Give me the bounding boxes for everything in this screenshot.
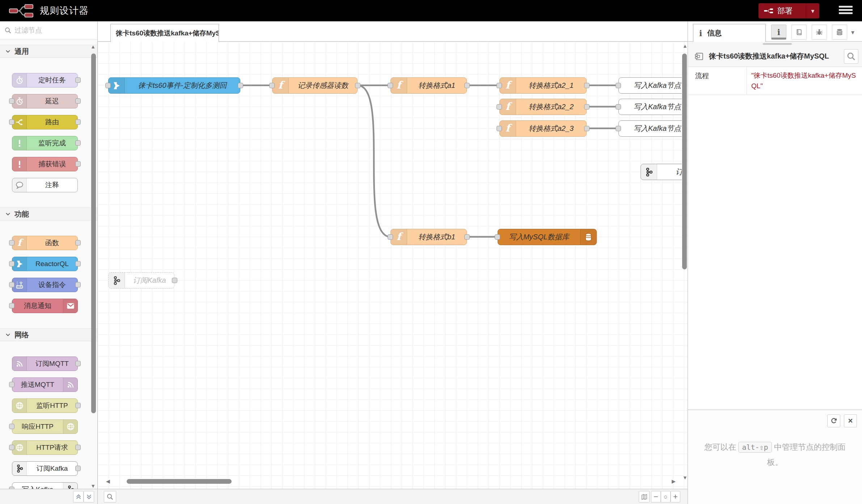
output-port[interactable] (172, 278, 177, 283)
input-port[interactable] (9, 119, 14, 125)
palette-node[interactable]: 定时任务 (12, 73, 78, 87)
node-body[interactable]: 设备指令 (12, 278, 78, 292)
node-body[interactable]: HTTP请求 (12, 440, 78, 455)
node-body[interactable]: 订阅Kafka (108, 272, 174, 289)
output-port[interactable] (238, 83, 243, 88)
canvas-node[interactable]: 写入Kafka节点 (618, 120, 682, 137)
node-body[interactable]: 订阅MQTT (12, 356, 78, 371)
node-body[interactable]: f函数 (12, 236, 78, 250)
palette-node[interactable]: f函数 (12, 236, 78, 250)
main-menu-button[interactable] (839, 6, 853, 16)
output-port[interactable] (75, 240, 81, 245)
sidebar-tool-config[interactable] (832, 25, 847, 40)
output-port[interactable] (584, 126, 590, 131)
canvas-scroll-up-icon[interactable]: ▲ (683, 43, 688, 48)
input-port[interactable] (616, 126, 621, 131)
palette-node[interactable]: 捕获错误 (12, 157, 78, 171)
node-body[interactable]: 监听HTTP (12, 398, 78, 413)
palette-node[interactable]: 推送MQTT (12, 377, 78, 392)
output-port[interactable] (464, 234, 470, 240)
input-port[interactable] (269, 83, 275, 88)
sidebar-resize-grip[interactable] (688, 42, 862, 46)
sidebar-tab-info[interactable]: i 信息 (693, 24, 766, 42)
palette-node[interactable]: 订阅MQTT (12, 356, 78, 371)
node-body[interactable]: 注释 (12, 178, 78, 192)
output-port[interactable] (75, 261, 81, 266)
canvas-node[interactable]: 徕卡ts60事件-定制化多测回 (108, 77, 240, 94)
input-port[interactable] (388, 234, 393, 240)
input-port[interactable] (9, 282, 14, 287)
input-port[interactable] (105, 83, 111, 88)
node-body[interactable]: 订阅Kafka (641, 164, 682, 180)
output-port[interactable] (75, 161, 81, 167)
input-port[interactable] (616, 83, 621, 88)
node-body[interactable]: 延迟 (12, 94, 78, 108)
input-port[interactable] (497, 104, 502, 110)
canvas-node[interactable]: f转换格式b1 (390, 229, 467, 245)
input-port[interactable] (495, 234, 500, 240)
node-body[interactable]: 推送MQTT (12, 377, 78, 392)
zoom-out-button[interactable]: − (651, 491, 661, 503)
output-port[interactable] (75, 119, 81, 125)
palette-node[interactable]: ReactorQL (12, 257, 78, 271)
node-body[interactable]: 消息通知 (12, 299, 78, 313)
node-body[interactable]: f转换格式a1 (390, 77, 467, 94)
palette-collapse-all-button[interactable] (73, 491, 84, 503)
palette-node[interactable]: 订阅Kafka (12, 461, 78, 476)
output-port[interactable] (75, 98, 81, 104)
output-port[interactable] (75, 445, 81, 450)
canvas-hscrollbar-thumb[interactable] (127, 479, 232, 484)
palette-filter-input[interactable] (14, 26, 90, 34)
canvas-vscrollbar-thumb[interactable] (682, 54, 687, 269)
palette-node[interactable]: 路由 (12, 115, 78, 129)
canvas-node[interactable]: f转换格式a2_1 (499, 77, 587, 94)
output-port[interactable] (584, 104, 590, 110)
node-body[interactable]: 写入Kafka (12, 482, 78, 489)
output-port[interactable] (75, 403, 81, 408)
palette-category-网络[interactable]: 网络 (0, 328, 97, 341)
palette-node[interactable]: 延迟 (12, 94, 78, 108)
output-port[interactable] (75, 282, 81, 287)
node-body[interactable]: 定时任务 (12, 73, 78, 87)
canvas-node[interactable]: 订阅Kafka (641, 164, 682, 180)
node-body[interactable]: 写入Kafka节点 (618, 77, 682, 94)
output-port[interactable] (584, 83, 590, 88)
input-port[interactable] (497, 83, 502, 88)
canvas-node[interactable]: f转换格式a2_2 (499, 99, 587, 115)
node-body[interactable]: f转换格式a2_3 (499, 120, 587, 137)
canvas-node[interactable]: f记录传感器读数 (272, 77, 358, 94)
input-port[interactable] (388, 83, 393, 88)
palette-scroll-up-icon[interactable]: ▲ (90, 44, 96, 49)
flow-tab[interactable]: 徕卡ts60读数推送kafka+储存MySQL (110, 24, 219, 42)
node-body[interactable]: 写入Kafka节点 (618, 120, 682, 137)
input-port[interactable] (9, 382, 14, 387)
input-port[interactable] (616, 104, 621, 110)
sidebar-more-tabs-icon[interactable]: ▼ (850, 29, 855, 35)
node-body[interactable]: 监听完成 (12, 136, 78, 150)
flow-canvas[interactable]: 徕卡ts60事件-定制化多测回f记录传感器读数f转换格式a1f转换格式a2_1f… (98, 42, 688, 489)
wire[interactable] (358, 85, 390, 237)
info-search-button[interactable] (844, 49, 858, 64)
node-body[interactable]: f转换格式b1 (390, 229, 467, 245)
deploy-caret-icon[interactable]: ▼ (806, 8, 819, 14)
input-port[interactable] (9, 261, 14, 266)
zoom-reset-button[interactable]: ○ (661, 491, 671, 503)
canvas-node[interactable]: 写入Kafka节点 (618, 99, 682, 115)
node-body[interactable]: 路由 (12, 115, 78, 129)
navigator-map-button[interactable] (639, 491, 650, 503)
node-body[interactable]: 捕获错误 (12, 157, 78, 171)
output-port[interactable] (464, 83, 470, 88)
input-port[interactable] (9, 424, 14, 429)
node-body[interactable]: 响应HTTP (12, 419, 78, 434)
output-port[interactable] (75, 361, 81, 366)
palette-category-功能[interactable]: 功能 (0, 208, 97, 221)
input-port[interactable] (497, 126, 502, 131)
tip-close-icon[interactable]: × (844, 414, 857, 427)
node-body[interactable]: 写入Kafka节点 (618, 99, 682, 115)
canvas-scroll-down-icon[interactable]: ▼ (683, 475, 688, 480)
palette-node[interactable]: 设备指令 (12, 278, 78, 292)
palette-node[interactable]: 消息通知 (12, 299, 78, 313)
node-body[interactable]: f记录传感器读数 (272, 77, 358, 94)
palette-node[interactable]: 监听完成 (12, 136, 78, 150)
node-body[interactable]: f转换格式a2_1 (499, 77, 587, 94)
